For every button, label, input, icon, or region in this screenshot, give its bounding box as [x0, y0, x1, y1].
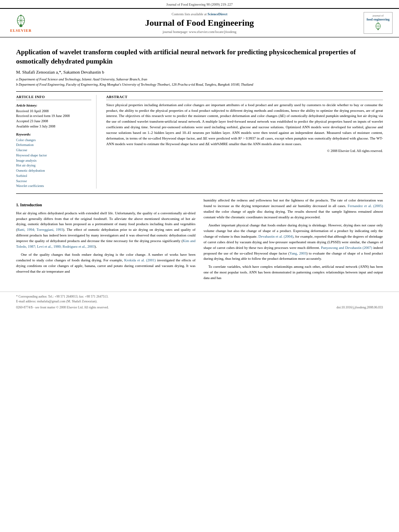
body-para-1: Hot air drying offers dehydrated product… — [16, 211, 195, 250]
body-right-column: humidity affected the redness and yellow… — [204, 198, 383, 283]
logo-brand-text: food engineering — [366, 18, 390, 22]
elsevier-tree-icon — [11, 13, 31, 28]
svg-point-12 — [378, 23, 379, 24]
ref-devahastin: Devahastin et al. (2004) — [258, 234, 293, 238]
journal-title-area: Contents lists available at ScienceDirec… — [37, 12, 362, 34]
article-history-title: Article history: — [16, 103, 91, 107]
ref-panyawong: Panyawong and Devahastin (2007) — [321, 246, 372, 250]
revised-date: Received in revised form 19 June 2008 — [16, 113, 91, 119]
sciencedirect-line: Contents lists available at ScienceDirec… — [37, 12, 362, 16]
logo-top-text: journal of — [366, 14, 390, 18]
received-date: Received 10 April 2008 — [16, 109, 91, 114]
article-title: Application of wavelet transform coupled… — [16, 48, 383, 66]
authors-line: M. Shafafi Zenoozian a,*, Sakamon Devaha… — [16, 70, 383, 74]
keyword-deformation: Deformation — [16, 142, 91, 148]
keyword-osmotic: Osmotic dehydration — [16, 168, 91, 173]
keywords-title: Keywords: — [16, 132, 91, 136]
elsevier-logo-area: ELSEVIER — [5, 13, 37, 33]
corresponding-footnote: * Corresponding author. Tel.: +98 571 26… — [16, 294, 383, 304]
article-info-title: Article Info — [16, 95, 91, 100]
keyword-color-changes: Color changes — [16, 138, 91, 143]
ref-kim: Kim and Toledo, 1987; Levi et al., 1980;… — [16, 239, 195, 249]
sciencedirect-prefix: Contents lists available at — [172, 12, 208, 16]
ref-fernandez: Fernandez et al. (2005) — [348, 204, 383, 208]
available-date: Available online 3 July 2008 — [16, 124, 91, 129]
article-info-column: Article Info Article history: Received 1… — [16, 95, 97, 189]
svg-point-6 — [20, 15, 22, 16]
sciencedirect-link[interactable]: ScienceDirect — [208, 12, 227, 16]
elsevier-brand-text: ELSEVIER — [10, 29, 32, 33]
keyword-hot-air: Hot air drying — [16, 163, 91, 168]
authors-text: M. Shafafi Zenoozian a,*, Sakamon Devaha… — [16, 70, 104, 74]
abstract-text: Since physical properties including defo… — [106, 103, 383, 148]
affiliations: a Department of Food Science and Technol… — [16, 77, 383, 87]
abstract-title: Abstract — [106, 95, 383, 100]
info-abstract-section: Article Info Article history: Received 1… — [16, 91, 383, 189]
elsevier-logo: ELSEVIER — [10, 13, 32, 33]
affiliation-b: b Department of Food Engineering, Facult… — [16, 82, 383, 87]
logo-tree-icon — [372, 22, 384, 31]
footer-bottom: 0260-8774/$ - see front matter © 2008 El… — [16, 306, 383, 309]
journal-ref-text: Journal of Food Engineering 90 (2009) 21… — [167, 2, 233, 6]
body-para-4: Another important physical change that f… — [204, 223, 383, 262]
footer-area: * Corresponding author. Tel.: +98 571 26… — [0, 292, 399, 312]
keyword-sucrose: Sucrose — [16, 179, 91, 184]
journal-homepage: journal homepage: www.elsevier.com/locat… — [37, 30, 362, 34]
top-journal-reference: Journal of Food Engineering 90 (2009) 21… — [0, 0, 399, 8]
keyword-heywood: Heywood shape factor — [16, 153, 91, 158]
body-columns: 1. Introduction Hot air drying offers de… — [16, 198, 383, 283]
keyword-sorbitol: Sorbitol — [16, 173, 91, 179]
accepted-date: Accepted 23 June 2008 — [16, 119, 91, 124]
journal-logo-box-area: journal of food engineering — [362, 12, 394, 34]
abstract-column: Abstract Since physical properties inclu… — [105, 95, 383, 189]
affiliation-a: a Department of Food Science and Technol… — [16, 77, 383, 82]
ref-ratti: Ratti, 1994; Torreggiani, 1993 — [17, 228, 63, 232]
copyright-text: © 2008 Elsevier Ltd. All rights reserved… — [106, 149, 383, 153]
body-para-3: humidity affected the redness and yellow… — [204, 198, 383, 220]
body-para-2: One of the quality changes that foods en… — [16, 252, 195, 275]
section-divider — [16, 193, 383, 194]
corresponding-text: * Corresponding author. Tel.: +98 571 26… — [16, 295, 108, 298]
keyword-wavelet: Wavelet coefficients — [16, 183, 91, 189]
ref-krokida: Krokida et al. (2001) — [124, 258, 156, 262]
keywords-list: Color changes Deformation Glucose Heywoo… — [16, 138, 91, 189]
body-left-column: 1. Introduction Hot air drying offers de… — [16, 198, 195, 283]
journal-main-title: Journal of Food Engineering — [37, 18, 362, 28]
section-1-heading: 1. Introduction — [16, 202, 195, 208]
body-para-5: To correlate variables, which have compl… — [204, 264, 383, 281]
journal-logo-box: journal of food engineering — [364, 12, 393, 34]
keyword-image-analysis: Image analysis — [16, 158, 91, 163]
journal-header: ELSEVIER Contents lists available at Sci… — [0, 8, 399, 37]
footer-copyright: 0260-8774/$ - see front matter © 2008 El… — [16, 306, 109, 309]
keyword-glucose: Glucose — [16, 148, 91, 153]
email-text: E-mail address: mshafafa@gmail.com (M. S… — [16, 300, 97, 303]
footer-doi: doi:10.1016/j.jfoodeng.2008.06.033 — [337, 306, 383, 309]
svg-rect-7 — [19, 26, 22, 27]
main-content: Application of wavelet transform coupled… — [0, 37, 399, 288]
ref-yang: Yang, 2003 — [290, 251, 306, 255]
